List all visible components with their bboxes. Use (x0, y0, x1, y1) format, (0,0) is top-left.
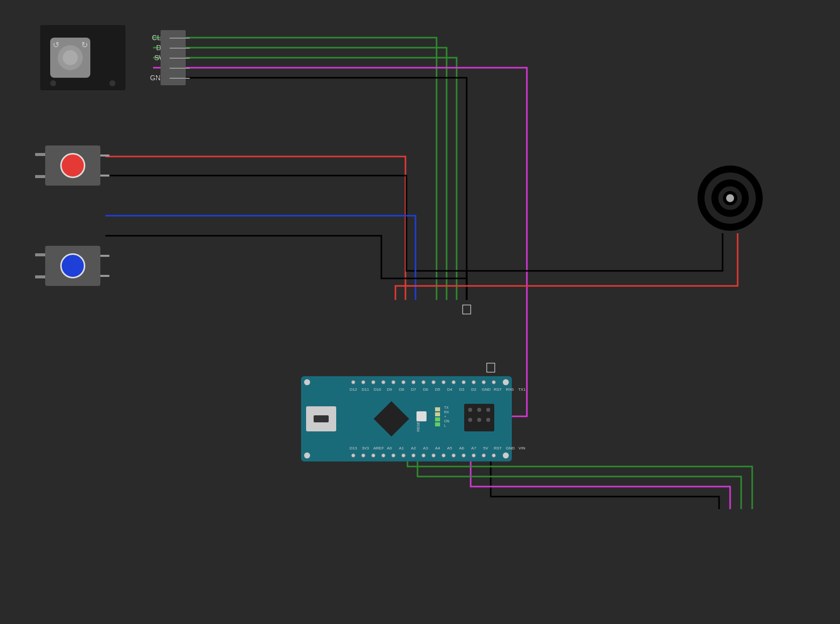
top-pin-labels: D12D11 D10D9 D8D7 D6D5 D4D3 D2GND RSTRX0… (349, 387, 526, 392)
wire-blue-btn-sig (105, 216, 415, 300)
arduino-nano[interactable]: TX RX + ON L RESET D12D11 D10D9 D8D7 D6D… (301, 376, 512, 461)
rotary-encoder[interactable]: ↺ ↻ CLK DT SW + GND (40, 25, 146, 90)
encoder-pin-header (161, 30, 186, 85)
wire-encoder-dt (153, 48, 447, 300)
encoder-pin[interactable] (170, 58, 190, 59)
gnd-highlight-top (463, 305, 471, 314)
blue-button-cap[interactable] (60, 253, 85, 278)
wire-encoder-gnd (153, 78, 467, 300)
buzzer-body (697, 166, 763, 231)
rotate-cw-icon: ↻ (81, 40, 88, 50)
l-led (435, 422, 440, 426)
wire-encoder-sw (153, 58, 457, 300)
blue-pushbutton[interactable] (45, 246, 100, 286)
button-leg (35, 175, 45, 178)
mount-hole (304, 379, 310, 385)
bottom-pin-row[interactable] (351, 453, 496, 457)
wire-blue-btn-gnd (105, 236, 467, 300)
led-labels: TX RX + ON L (444, 405, 450, 428)
encoder-pin[interactable] (170, 38, 190, 39)
reset-label: RESET (416, 420, 420, 431)
encoder-mount-hole (50, 80, 56, 86)
usb-slot (314, 415, 329, 422)
wire-oled-gnd (491, 377, 719, 509)
encoder-pin[interactable] (170, 68, 190, 69)
icsp-header[interactable] (464, 404, 494, 431)
mount-hole (503, 379, 509, 385)
microcontroller-chip (374, 401, 409, 437)
bottom-pin-labels: D133V3 AREFA0 A1A2 A3A4 A5A6 A75V RSTGND… (349, 446, 526, 450)
piezo-buzzer[interactable] (697, 166, 763, 231)
wiring-layer (0, 0, 840, 624)
red-pushbutton[interactable] (45, 145, 100, 186)
gnd-highlight-bottom (487, 363, 495, 372)
button-pin-2[interactable] (100, 275, 109, 277)
mount-hole (503, 452, 509, 458)
button-pin-1[interactable] (100, 255, 109, 257)
on-led (435, 417, 440, 421)
top-pin-row[interactable] (351, 380, 496, 384)
button-leg (35, 153, 45, 156)
wire-encoder-clk (153, 38, 437, 300)
status-leds (434, 406, 441, 427)
rotate-ccw-icon: ↺ (53, 40, 59, 50)
button-pin-2[interactable] (100, 175, 109, 177)
usb-port[interactable] (306, 406, 336, 431)
encoder-body: ↺ ↻ (40, 25, 125, 90)
button-leg (35, 275, 45, 278)
wire-red-btn-gnd (105, 176, 467, 300)
rx-led (435, 412, 440, 416)
encoder-pin[interactable] (170, 48, 190, 49)
wire-red-btn-sig (105, 157, 405, 300)
encoder-mount-hole (109, 80, 115, 86)
button-leg (35, 253, 45, 256)
button-pin-1[interactable] (100, 154, 109, 157)
mount-hole (304, 452, 310, 458)
wire-buzzer-gnd (467, 233, 723, 300)
encoder-knob[interactable]: ↺ ↻ (50, 38, 90, 78)
encoder-pin[interactable] (170, 78, 190, 79)
tx-led (435, 407, 440, 411)
wire-encoder-vcc (153, 68, 527, 416)
red-button-cap[interactable] (60, 153, 85, 178)
